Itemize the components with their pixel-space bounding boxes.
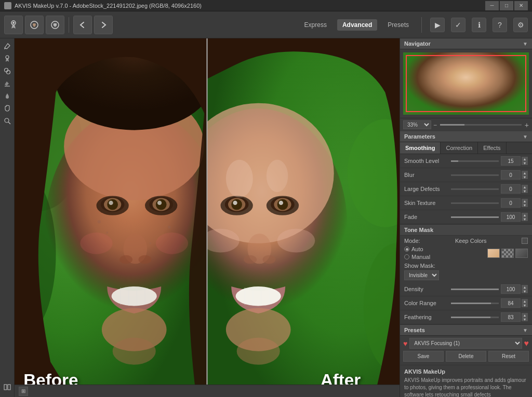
dark-swatch[interactable] [515,249,528,258]
tool-btn-2[interactable] [25,16,44,34]
advanced-nav-btn[interactable]: Advanced [337,19,377,31]
presets-collapse-icon: ▼ [523,327,528,333]
skin-texture-down[interactable]: ▼ [522,203,528,207]
skin-texture-up[interactable]: ▲ [522,199,528,203]
feathering-value[interactable]: 83 [501,312,521,322]
left-tool-hand[interactable] [2,103,13,114]
preset-reset-btn[interactable]: Reset [488,351,529,362]
density-down[interactable]: ▼ [522,289,528,293]
manual-label: Manual [411,254,430,260]
skin-swatch[interactable] [487,249,500,258]
navigator-collapse-icon: ▼ [523,41,528,47]
zoom-out-icon[interactable]: − [433,121,437,129]
density-up[interactable]: ▲ [522,285,528,289]
svg-point-32 [119,255,132,264]
tool-btn-3[interactable] [46,16,64,34]
manual-radio-label[interactable]: Manual [404,254,430,260]
fade-slider[interactable] [451,216,499,218]
left-tool-drop[interactable] [2,90,13,102]
density-slider[interactable] [451,289,499,290]
auto-radio[interactable] [404,247,409,252]
forward-button[interactable] [94,16,113,34]
canvas-area[interactable]: Before After ⊞ [15,38,400,397]
express-nav-btn[interactable]: Express [300,19,331,31]
smooth-level-up[interactable]: ▲ [522,157,528,161]
left-tool-zoom[interactable] [2,115,13,127]
color-range-slider[interactable] [451,303,499,304]
svg-point-44 [106,231,108,234]
back-button[interactable] [73,16,92,34]
large-defects-up[interactable]: ▲ [522,185,528,189]
show-mask-select[interactable]: Invisible [404,270,439,280]
left-tool-brush[interactable] [2,53,13,64]
skin-texture-value[interactable]: 0 [501,198,521,208]
mode-label: Mode: [404,238,420,244]
density-value[interactable]: 100 [501,284,521,294]
presets-header[interactable]: Presets ▼ [400,325,532,336]
preset-favorite-btn[interactable]: ♥ [524,339,529,348]
auto-radio-label[interactable]: Auto [404,246,430,252]
zoom-slider[interactable] [440,124,522,126]
svg-point-4 [54,24,56,26]
settings-button[interactable]: ⚙ [513,18,528,32]
svg-point-6 [4,69,8,72]
svg-point-9 [5,118,9,122]
zoom-in-icon[interactable]: + [525,121,529,129]
feathering-down[interactable]: ▼ [522,317,528,321]
svg-point-71 [277,229,315,253]
tool-btn-1[interactable] [4,16,23,34]
blur-slider[interactable] [451,174,499,176]
minimize-button[interactable]: ─ [485,1,499,10]
navigator-header[interactable]: Navigator ▼ [400,38,532,49]
large-defects-spinbox: ▲ ▼ [522,185,528,193]
manual-radio[interactable] [404,254,409,259]
large-defects-slider[interactable] [451,188,499,190]
run-button[interactable]: ▶ [430,18,445,32]
zoom-select[interactable]: 33% [403,120,431,129]
skin-texture-slider-container [451,202,499,204]
preset-save-btn[interactable]: Save [403,351,444,362]
large-defects-value[interactable]: 0 [501,184,521,194]
feathering-up[interactable]: ▲ [522,313,528,317]
presets-nav-btn[interactable]: Presets [383,19,413,31]
large-defects-down[interactable]: ▼ [522,189,528,193]
fade-down[interactable]: ▼ [522,217,528,221]
left-tool-compare[interactable] [2,381,13,393]
navigator-preview[interactable] [403,52,529,115]
keep-colors-checkbox[interactable] [522,238,528,244]
maximize-button[interactable]: □ [500,1,513,10]
preset-delete-btn[interactable]: Delete [446,351,486,362]
parameters-header[interactable]: Parameters ▼ [400,131,532,142]
info-button[interactable]: ℹ [472,18,486,32]
smooth-level-value[interactable]: 15 [501,156,521,166]
tone-mask-header[interactable]: Tone Mask [400,225,532,236]
left-tool-eraser[interactable] [2,78,13,89]
tab-correction[interactable]: Correction [441,142,478,154]
smooth-level-slider[interactable] [451,160,499,162]
left-tool-clone[interactable] [2,65,13,77]
canvas-expand-btn[interactable]: ⊞ [19,387,28,396]
tab-effects[interactable]: Effects [478,142,506,154]
fade-value[interactable]: 100 [501,212,521,222]
svg-point-74 [226,160,253,198]
skin-texture-slider[interactable] [451,202,499,204]
blur-up[interactable]: ▲ [522,171,528,175]
window-controls[interactable]: ─ □ ✕ [485,1,528,10]
blur-down[interactable]: ▼ [522,175,528,179]
density-slider-container [451,289,499,290]
preset-select[interactable]: AKVIS Focusing (1) [409,338,522,349]
close-button[interactable]: ✕ [514,1,528,10]
left-tool-pencil[interactable] [2,40,13,52]
tab-smoothing[interactable]: Smoothing [400,142,441,154]
feathering-slider[interactable] [451,317,499,318]
fade-up[interactable]: ▲ [522,213,528,217]
blur-value[interactable]: 0 [501,170,521,180]
color-range-up[interactable]: ▲ [522,299,528,303]
color-range-down[interactable]: ▼ [522,303,528,307]
large-defects-slider-container [451,188,499,190]
color-range-value[interactable]: 84 [501,298,521,308]
help-button[interactable]: ? [493,18,507,32]
checker-swatch[interactable] [501,249,514,258]
apply-button[interactable]: ✓ [451,18,466,32]
smooth-level-down[interactable]: ▼ [522,161,528,165]
